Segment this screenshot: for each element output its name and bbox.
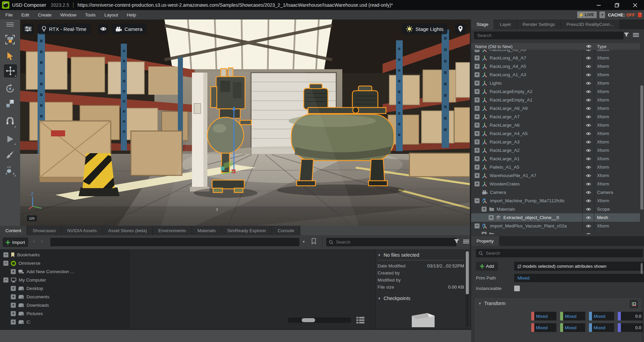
expand-plus-icon[interactable]: +	[475, 55, 480, 60]
transform-y-field[interactable]: Mixed	[563, 312, 585, 320]
tab-showcases[interactable]: Showcases	[27, 226, 62, 236]
slider-handle[interactable]	[302, 318, 315, 322]
stage-tree-row[interactable]: CameraCamera	[471, 188, 640, 197]
stage-tree-row[interactable]: −import_MedPlus_Vacuum_Plant_c02aXform	[471, 222, 640, 230]
expand-plus-icon[interactable]: +	[11, 319, 16, 325]
restore-button[interactable]	[609, 0, 625, 10]
checkpoints-header[interactable]: ▼ Checkpoints	[378, 294, 464, 303]
location-pin-button[interactable]	[455, 24, 466, 34]
visibility-eye-icon[interactable]	[582, 62, 594, 71]
expand-plus-icon[interactable]: +	[489, 215, 494, 220]
instanceable-checkbox[interactable]	[514, 286, 520, 291]
stage-tree-row[interactable]: +RackLarge_A7Xform	[471, 113, 640, 121]
expand-plus-icon[interactable]: +	[475, 106, 480, 111]
transform-w-field[interactable]: 0.0	[621, 323, 643, 332]
stage-tree-row[interactable]: +RackLong_A1_A3Xform	[471, 71, 640, 79]
expand-plus-icon[interactable]: +	[475, 156, 480, 161]
content-tree-item-documents[interactable]: +Documents	[0, 293, 129, 301]
content-tree-item-my-computer[interactable]: −My Computer	[0, 276, 129, 284]
tab-property[interactable]: Property	[471, 236, 500, 246]
tab-simready-explorer[interactable]: SimReady Explorer	[222, 226, 272, 236]
snap-tool-button[interactable]	[3, 115, 17, 128]
visibility-eye-icon[interactable]	[582, 79, 594, 87]
visibility-eye-icon[interactable]	[582, 138, 594, 146]
camera-selector[interactable]: Camera	[111, 24, 146, 34]
visibility-eye-icon[interactable]	[582, 230, 594, 234]
viewport[interactable]: RTX - Real-Time Camera Stage Lights	[20, 19, 470, 226]
content-search-field[interactable]	[326, 238, 456, 246]
stage-tree-row[interactable]: −import_Machine_Pump_36a7112fc8cXform	[471, 197, 640, 205]
visibility-eye-icon[interactable]	[582, 50, 594, 54]
visibility-eye-icon[interactable]	[582, 171, 594, 180]
tab-materials[interactable]: Materials	[192, 226, 222, 236]
view-options-icon[interactable]	[463, 240, 469, 244]
filter-funnel-icon[interactable]	[624, 32, 629, 37]
visibility-eye-icon[interactable]	[582, 155, 594, 163]
render-engine-selector[interactable]: RTX - Real-Time	[38, 24, 91, 34]
visibility-eye-icon[interactable]	[582, 96, 594, 104]
visibility-eye-icon[interactable]	[582, 180, 594, 188]
transform-y-field[interactable]: Mixed	[563, 323, 585, 332]
content-tree-item-add-new-connection[interactable]: +Add New Connection ...	[0, 267, 129, 276]
expand-plus-icon[interactable]: +	[475, 148, 480, 153]
tab-content[interactable]: Content	[0, 226, 27, 236]
collapse-minus-icon[interactable]: −	[475, 223, 480, 228]
visibility-eye-icon[interactable]	[582, 54, 594, 62]
transform-z-field[interactable]: Mixed	[592, 312, 614, 320]
expand-plus-icon[interactable]: +	[482, 232, 487, 234]
file-list-pane[interactable]	[130, 249, 375, 329]
rotate-tool-button[interactable]	[3, 82, 17, 95]
visibility-eye-icon[interactable]	[582, 213, 594, 222]
expand-plus-icon[interactable]: +	[475, 139, 480, 144]
expand-plus-icon[interactable]: +	[475, 123, 480, 128]
move-tool-button[interactable]	[3, 64, 17, 78]
path-field[interactable]	[50, 238, 299, 246]
expand-plus-icon[interactable]: +	[475, 64, 480, 69]
filter-funnel-icon[interactable]	[454, 239, 459, 244]
stage-tree-row[interactable]: +LightsXform	[471, 79, 640, 87]
menu-help[interactable]: Help	[127, 12, 136, 17]
stage-search-input[interactable]	[477, 33, 621, 38]
stage-tree-row[interactable]: +RackLarge_A1Xform	[471, 155, 640, 163]
stage-scrollbar[interactable]	[640, 85, 643, 210]
add-attribute-button[interactable]: Add	[476, 262, 498, 271]
grid-view-icon[interactable]	[356, 317, 364, 324]
prim-path-field[interactable]: Mixed	[514, 274, 644, 282]
bookmark-icon[interactable]	[311, 238, 316, 244]
transform-axis-button[interactable]	[630, 300, 638, 308]
content-tree-item-downloads[interactable]: +Downloads	[0, 301, 129, 309]
transform-section-header[interactable]: ▼ Transform	[478, 301, 505, 306]
expand-plus-icon[interactable]: +	[11, 269, 16, 274]
visibility-eye-icon[interactable]	[582, 205, 594, 213]
collapse-minus-icon[interactable]: −	[3, 277, 8, 283]
stage-tree-row[interactable]: +	[471, 230, 640, 234]
menu-file[interactable]: File	[5, 12, 13, 17]
collapse-minus-icon[interactable]: −	[3, 252, 8, 257]
stage-tree-row[interactable]: +RackLarge_A4_A5Xform	[471, 129, 640, 138]
nav-back-icon[interactable]: ‹	[33, 238, 35, 245]
stage-tree-row[interactable]: +RackLarge_A3Xform	[471, 138, 640, 146]
nav-forward-icon[interactable]: ›	[41, 238, 43, 245]
live-sync-button[interactable]: ⚡ LIVE	[577, 11, 597, 18]
expand-plus-icon[interactable]: +	[475, 81, 480, 86]
visibility-eye-icon[interactable]	[582, 87, 594, 96]
tab-asset-stores-beta[interactable]: Asset Stores (beta)	[103, 226, 153, 236]
stage-search-field[interactable]	[474, 32, 624, 39]
minimize-button[interactable]	[591, 0, 606, 10]
attributes-summary-dropdown[interactable]: (2 models selected) common attributes sh…	[514, 262, 644, 271]
info-scrollbar-handle[interactable]	[466, 251, 469, 294]
visibility-eye-icon[interactable]	[582, 121, 594, 129]
content-tree-item-desktop[interactable]: +Desktop	[0, 284, 129, 293]
stage-tree-row[interactable]: +RackLong_A6_A7Xform	[471, 54, 640, 62]
expand-plus-icon[interactable]: +	[475, 50, 480, 52]
path-dropdown-icon[interactable]: ▼	[302, 240, 305, 244]
paint-tool-button[interactable]	[3, 148, 17, 161]
import-button[interactable]: Import	[3, 238, 28, 247]
tab-render-settings[interactable]: Render Settings	[517, 19, 561, 29]
scale-tool-button[interactable]	[3, 97, 17, 110]
transform-w-field[interactable]: 0.0	[621, 312, 643, 320]
expand-plus-icon[interactable]: +	[475, 72, 480, 77]
expand-plus-icon[interactable]: +	[475, 165, 480, 170]
stage-tree-row[interactable]: +RackLargeEmpty_A1Xform	[471, 96, 640, 104]
expand-plus-icon[interactable]: +	[11, 294, 16, 299]
